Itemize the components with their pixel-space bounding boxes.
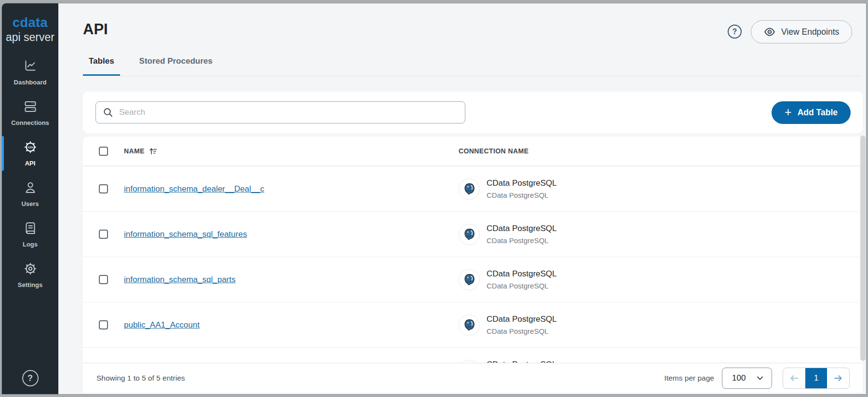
app-logo: cdata api server [6,3,54,43]
logs-book-icon [23,221,38,237]
gear-icon [23,261,38,278]
sidebar-item-users[interactable]: Users [2,174,58,214]
arrow-left-icon [789,373,800,383]
tab-bar: Tables Stored Procedures [83,55,861,76]
row-checkbox[interactable] [99,320,108,329]
sidebar-item-label: Users [21,200,39,207]
current-page-indicator[interactable]: 1 [805,368,827,388]
column-name-label: NAME [124,147,145,155]
previous-page-button[interactable] [783,368,805,388]
connection-subtitle: CData PostgreSQL [487,236,557,246]
items-per-page-select[interactable]: 100 [722,368,772,389]
table-footer: Showing 1 to 5 of 5 entries Items per pa… [83,363,863,393]
row-checkbox[interactable] [99,230,108,239]
pagination: 1 [783,368,850,389]
showing-entries-text: Showing 1 to 5 of 5 entries [96,374,185,383]
column-header-name[interactable]: NAME [124,147,459,156]
connection-name: CData PostgreSQL [487,269,557,279]
column-header-connection-name: CONNECTION NAME [459,147,529,155]
connection-name: CData PostgreSQL [487,314,557,325]
tables-table: NAME CONNECTION NAME [83,137,863,393]
table-header-row: NAME CONNECTION NAME [83,137,863,166]
sidebar-item-logs[interactable]: Logs [2,214,58,255]
connection-subtitle: CData PostgreSQL [487,191,557,200]
table-row: public_AA1_Account CData PostgreSQL CDat… [83,302,863,348]
gear-code-icon: </> [23,140,38,156]
chart-line-icon [23,59,38,75]
sidebar-item-api[interactable]: </> API [2,133,58,174]
postgresql-logo-icon [459,178,480,200]
next-page-button[interactable] [827,368,849,388]
search-icon [103,107,113,118]
items-per-page-value: 100 [732,373,746,383]
view-endpoints-button[interactable]: View Endpoints [751,20,852,43]
sidebar-item-dashboard[interactable]: Dashboard [2,52,58,93]
row-checkbox[interactable] [99,275,108,284]
table-row: information_schema_dealer__Deal__c CData… [83,166,863,212]
table-name-link[interactable]: information_schema_dealer__Deal__c [124,184,264,193]
question-mark-icon: ? [732,27,737,36]
connection-subtitle: CData PostgreSQL [487,281,557,291]
table-row: CData PostgreSQL CData PostgreSQL [83,348,863,363]
sidebar-item-connections[interactable]: Connections [2,93,58,133]
table-body: information_schema_dealer__Deal__c CData… [83,166,863,363]
view-endpoints-label: View Endpoints [781,27,839,37]
app-window: cdata api server Dashboard [2,3,866,394]
postgresql-logo-icon [459,269,480,290]
tab-stored-procedures[interactable]: Stored Procedures [134,55,218,76]
table-row: information_schema_sql_features CData Po… [83,212,863,257]
sidebar-item-label: Dashboard [14,79,47,86]
sidebar-nav: Dashboard Connections [2,52,58,295]
connection-name: CData PostgreSQL [487,223,557,234]
search-box [95,101,465,123]
sort-ascending-icon [149,147,158,156]
table-row: information_schema_sql_parts CData Postg… [83,257,863,302]
question-mark-icon: ? [27,373,33,383]
sidebar-item-label: API [25,160,36,167]
connection-name: CData PostgreSQL [487,178,557,189]
table-toolbar: + Add Table [83,92,863,133]
connection-subtitle: CData PostgreSQL [487,327,557,336]
page-title: API [83,21,108,38]
search-input[interactable] [119,108,458,117]
connection-name: CData PostgreSQL [487,359,557,363]
add-table-button[interactable]: + Add Table [772,101,851,124]
plus-icon: + [785,106,792,118]
svg-text:</>: </> [27,145,33,150]
page-help-button[interactable]: ? [728,25,742,39]
server-stack-icon [23,99,38,116]
chevron-down-icon [756,374,764,382]
sidebar-item-label: Settings [18,281,42,288]
eye-icon [764,26,775,38]
items-per-page-label: Items per page [665,374,714,383]
user-icon [23,180,38,197]
row-checkbox[interactable] [99,184,108,193]
select-all-checkbox[interactable] [99,147,108,156]
sidebar: cdata api server Dashboard [2,3,58,394]
logo-brand: cdata [6,16,54,30]
postgresql-logo-icon [459,224,480,245]
sidebar-item-settings[interactable]: Settings [2,255,58,295]
sidebar-item-label: Connections [11,119,49,126]
table-name-link[interactable]: information_schema_sql_features [124,230,247,239]
table-name-link[interactable]: public_AA1_Account [124,320,200,329]
arrow-right-icon [833,373,843,383]
table-name-link[interactable]: information_schema_sql_parts [124,275,236,284]
logo-product: api server [6,31,54,43]
sidebar-help-button[interactable]: ? [22,370,39,386]
postgresql-logo-icon [459,315,480,336]
sidebar-item-label: Logs [23,241,38,248]
tab-tables[interactable]: Tables [83,55,120,76]
add-table-label: Add Table [798,108,838,118]
vertical-scrollbar[interactable] [860,136,866,361]
